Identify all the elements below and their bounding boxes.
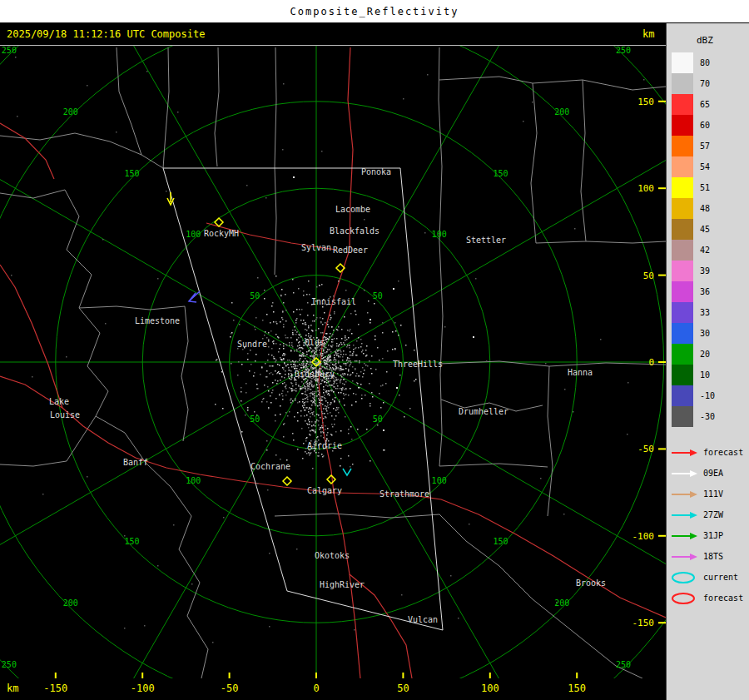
city-label: Banff (123, 458, 148, 467)
colorbar-value-label: 36 (700, 287, 710, 296)
city-label: ThreeHills (393, 360, 443, 369)
colorbar-entry: 30 (672, 323, 749, 344)
city-label: Cochrane (250, 462, 290, 471)
legend-label: 111V (703, 489, 723, 499)
colorbar-swatch (672, 281, 693, 302)
colorbar-value-label: 60 (700, 121, 710, 130)
right-axis-label: -100 (632, 531, 655, 542)
city-label: Calgary (307, 486, 342, 495)
bottom-axis-bar: km -150-100-50050100150 (0, 678, 666, 700)
highway-line (0, 123, 54, 179)
legend-label: 18TS (703, 552, 723, 561)
boundary-line (581, 80, 586, 241)
map-point-marker (370, 319, 371, 320)
colorbar-swatch (672, 365, 693, 385)
ring-distance-label: 150 (125, 169, 140, 178)
window-title: Composite_Reflectivity (290, 6, 459, 17)
colorbar-swatch (672, 198, 693, 219)
ring-distance-label: 50 (373, 415, 383, 424)
map-point-marker (396, 387, 398, 389)
boundary-line (548, 366, 553, 516)
colorbar-value-label: 54 (700, 162, 710, 171)
legend-arrow-icon (670, 489, 698, 500)
colorbar-entry: 70 (672, 73, 749, 94)
ring-distance-label: 200 (63, 107, 78, 117)
right-axis-unit-label: km (642, 28, 654, 40)
map-point-marker (473, 336, 474, 338)
ring-distance-label: 250 (616, 660, 631, 669)
bottom-axis-label: 50 (397, 683, 409, 694)
boundary-line (0, 416, 96, 466)
map-point-marker (293, 176, 295, 178)
city-label: RockyMH (204, 229, 239, 238)
boundary-line (275, 47, 276, 275)
ring-distance-label: 200 (554, 598, 569, 608)
right-axis-label: 50 (643, 271, 654, 281)
colorbar-entry: 33 (672, 302, 749, 323)
colorbar-entry: -30 (672, 406, 749, 427)
right-axis-label: -150 (632, 618, 655, 628)
highway-line (334, 493, 666, 618)
colorbar-value-label: -30 (700, 412, 715, 421)
ring-distance-label: 250 (616, 46, 631, 55)
window-titlebar: Composite_Reflectivity (0, 0, 749, 23)
boundary-line (181, 306, 188, 441)
colorbar-entry: 45 (672, 219, 749, 240)
legend-item-27ZW: 27ZW (670, 504, 749, 525)
boundary-line (531, 83, 537, 243)
bottom-axis-label: -50 (221, 683, 239, 694)
legend-item-forecast: forecast (670, 588, 749, 608)
city-label: RedDeer (333, 246, 368, 255)
colorbar-value-label: 30 (700, 329, 710, 338)
city-label: Olds (305, 338, 325, 347)
legend-arrow-icon (670, 530, 698, 542)
site-diamond-marker (327, 475, 335, 484)
colorbar-swatch (672, 261, 693, 281)
radar-application-window: Composite_Reflectivity 2025/09/18 11:12:… (0, 0, 749, 700)
colorbar-swatch (672, 344, 693, 365)
colorbar-swatch (672, 136, 693, 156)
colorbar-swatch (672, 219, 693, 240)
colorbar-entry: 60 (672, 115, 749, 136)
city-label: Stettler (466, 236, 506, 245)
map-point-marker (383, 429, 384, 431)
colorbar-value-label: 10 (700, 370, 710, 380)
city-label: Blackfalds (330, 226, 379, 236)
aircraft-chevron-cyan (343, 469, 351, 475)
boundary-line (439, 47, 443, 466)
ring-distance-label: 250 (2, 46, 17, 55)
legend-item-18TS: 18TS (670, 546, 749, 567)
bottom-axis-label: 150 (568, 683, 586, 694)
ring-distance-label: 250 (2, 660, 17, 669)
boundary-line (79, 306, 185, 310)
legend-arrow-icon (670, 468, 698, 479)
ring-distance-label: 200 (63, 598, 78, 608)
colorbar-value-label: 42 (700, 246, 710, 255)
radar-map-display[interactable]: 5050505010010010010015015015015020020020… (0, 46, 666, 678)
city-label: Vulcan (408, 615, 438, 624)
colorbar-entry: 80 (672, 52, 749, 73)
colorbar-value-label: 57 (700, 141, 710, 151)
map-point-marker (393, 288, 394, 290)
legend-ellipse-icon (670, 571, 698, 584)
colorbar-value-label: 70 (700, 79, 710, 88)
legend-item-111V: 111V (670, 484, 749, 504)
bottom-axis-label: 100 (481, 683, 499, 694)
city-label: HighRiver (320, 580, 365, 589)
colorbar-entry: -10 (672, 385, 749, 406)
ring-distance-label: 50 (373, 291, 383, 300)
colorbar-swatch (672, 52, 693, 73)
legend-label: 09EA (703, 469, 723, 478)
colorbar-entry: 54 (672, 156, 749, 177)
colorbar-entry: 42 (672, 240, 749, 261)
city-label: Okotoks (315, 551, 350, 560)
city-label: Lacombe (335, 205, 370, 214)
ring-distance-label: 150 (125, 537, 140, 546)
colorbar-swatch (672, 323, 693, 344)
city-label: Didsbury (295, 370, 335, 379)
city-label: Hanna (568, 368, 593, 377)
legend-label: current (703, 573, 738, 582)
highway-line (0, 376, 334, 493)
city-label: Lake (49, 397, 69, 406)
colorbar-entry: 65 (672, 94, 749, 115)
